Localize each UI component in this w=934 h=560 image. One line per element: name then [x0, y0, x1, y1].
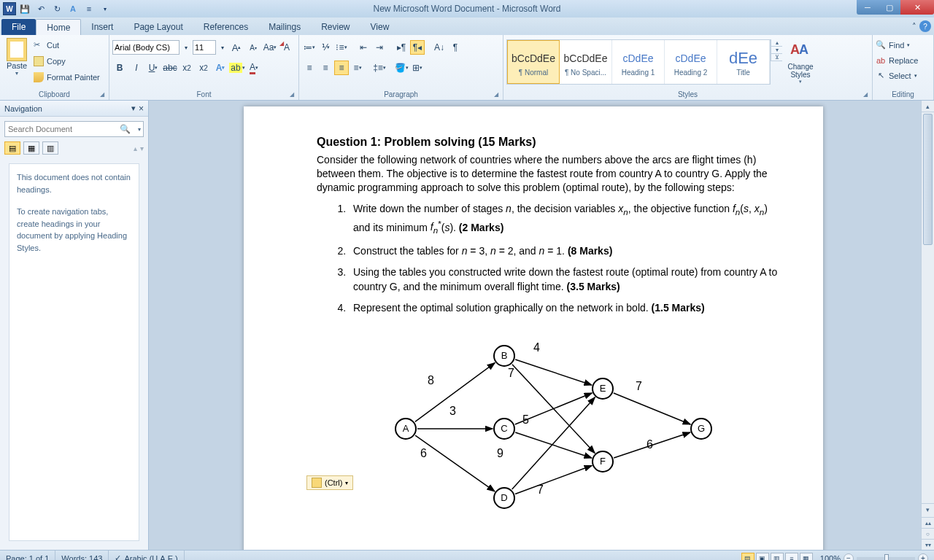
word-icon[interactable]: W — [3, 2, 16, 15]
nav-tab-pages[interactable]: ▦ — [23, 141, 39, 155]
change-styles-button[interactable]: AA Change Styles ▾ — [782, 39, 819, 88]
numbering-icon[interactable]: ⅟▾ — [318, 40, 333, 55]
minimize-button[interactable]: ─ — [857, 0, 879, 15]
bullets-icon[interactable]: ≔▾ — [302, 40, 317, 55]
justify-icon[interactable]: ≡▾ — [350, 61, 365, 75]
increase-indent-icon[interactable]: ⇥ — [372, 40, 387, 55]
underline-button[interactable]: U▾ — [146, 61, 161, 75]
nav-close-icon[interactable]: × — [139, 104, 144, 114]
style-item[interactable]: cDdEeHeading 2 — [665, 40, 717, 84]
scroll-up-icon[interactable]: ▴ — [922, 101, 934, 112]
style-item[interactable]: bCcDdEe¶ Normal — [507, 40, 560, 84]
vertical-scrollbar[interactable]: ▴ ▾ ▴▴ ○ ▾▾ — [921, 101, 934, 550]
qat-btn[interactable]: A — [66, 2, 80, 15]
font-size-combo[interactable] — [193, 40, 216, 55]
align-left-icon[interactable]: ≡ — [302, 61, 317, 75]
undo-icon[interactable]: ↶ — [34, 2, 48, 15]
nav-prev-icon[interactable]: ▴ — [134, 144, 137, 152]
nav-next-icon[interactable]: ▾ — [140, 144, 144, 152]
paste-options-tag[interactable]: (Ctrl) ▾ — [306, 475, 353, 490]
font-name-dropdown-icon[interactable]: ▾ — [182, 40, 190, 55]
tab-review[interactable]: Review — [311, 19, 360, 35]
replace-button[interactable]: abReplace — [876, 53, 918, 67]
ltr-icon[interactable]: ▸¶ — [394, 40, 409, 55]
borders-icon[interactable]: ⊞▾ — [410, 61, 425, 75]
text-effects-icon[interactable]: A▾ — [213, 61, 228, 75]
browse-object-icon[interactable]: ○ — [922, 528, 934, 539]
help-icon[interactable]: ? — [919, 20, 931, 32]
decrease-indent-icon[interactable]: ⇤ — [356, 40, 371, 55]
draft-view-icon[interactable]: ▦ — [800, 553, 813, 561]
qat-more-icon[interactable]: ▾ — [98, 2, 112, 15]
copy-button[interactable]: Copy — [34, 54, 100, 69]
align-right-icon[interactable]: ≡ — [334, 61, 349, 75]
style-up-icon[interactable]: ▴ — [771, 39, 782, 47]
qat-btn[interactable]: ≡ — [82, 2, 96, 15]
select-button[interactable]: ↖Select ▾ — [876, 69, 917, 82]
font-name-combo[interactable] — [112, 40, 180, 55]
file-tab[interactable]: File — [1, 19, 36, 35]
outline-view-icon[interactable]: ≡ — [785, 553, 798, 561]
paragraph-launcher-icon[interactable]: ◢ — [494, 91, 501, 98]
style-item[interactable]: dEeTitle — [717, 40, 770, 84]
paste-button[interactable]: Paste ▾ — [3, 36, 31, 77]
zoom-slider[interactable] — [857, 557, 915, 560]
cut-button[interactable]: ✂Cut — [34, 38, 100, 52]
align-center-icon[interactable]: ≡ — [318, 61, 333, 75]
status-page[interactable]: Page: 1 of 1 — [0, 551, 55, 560]
format-painter-button[interactable]: Format Painter — [34, 70, 100, 85]
status-words[interactable]: Words: 143 — [55, 551, 109, 560]
show-marks-icon[interactable]: ¶ — [448, 40, 463, 55]
tab-page-layout[interactable]: Page Layout — [123, 19, 193, 35]
superscript-button[interactable]: x2 — [196, 61, 211, 75]
web-layout-view-icon[interactable]: ▥ — [771, 553, 784, 561]
grow-font-icon[interactable]: A▴ — [229, 40, 244, 55]
line-spacing-icon[interactable]: ‡≡▾ — [372, 61, 387, 75]
find-button[interactable]: 🔍Find ▾ — [876, 38, 910, 52]
font-color-icon[interactable]: A▾ — [247, 61, 261, 75]
styles-launcher-icon[interactable]: ◢ — [863, 91, 871, 98]
highlight-icon[interactable]: ab▾ — [230, 61, 244, 75]
tab-home[interactable]: Home — [36, 19, 81, 35]
rtl-icon[interactable]: ¶◂ — [410, 40, 425, 55]
nav-dropdown-icon[interactable]: ▾ — [131, 104, 136, 113]
save-icon[interactable]: 💾 — [18, 2, 32, 15]
maximize-button[interactable]: ▢ — [879, 0, 900, 15]
scroll-thumb[interactable] — [923, 114, 933, 245]
zoom-in-button[interactable]: + — [918, 553, 928, 561]
strikethrough-button[interactable]: abc — [163, 61, 177, 75]
next-page-icon[interactable]: ▾▾ — [922, 539, 934, 550]
tab-view[interactable]: View — [360, 19, 400, 35]
status-language[interactable]: ✓Arabic (U.A.E.) — [109, 551, 184, 560]
tab-mailings[interactable]: Mailings — [258, 19, 311, 35]
font-size-dropdown-icon[interactable]: ▾ — [218, 40, 227, 55]
change-case-icon[interactable]: Aa▾ — [263, 40, 277, 55]
sort-icon[interactable]: A↓ — [432, 40, 447, 55]
clear-formatting-icon[interactable]: ◢A — [279, 40, 294, 55]
multilevel-list-icon[interactable]: ⁝≡▾ — [334, 40, 349, 55]
tab-references[interactable]: References — [193, 19, 258, 35]
font-launcher-icon[interactable]: ◢ — [290, 91, 297, 98]
style-item[interactable]: bCcDdEe¶ No Spaci... — [560, 40, 612, 84]
bold-button[interactable]: B — [112, 61, 127, 75]
prev-page-icon[interactable]: ▴▴ — [922, 517, 934, 528]
style-more-icon[interactable]: ⊻ — [771, 54, 782, 61]
tab-insert[interactable]: Insert — [81, 19, 123, 35]
redo-icon[interactable]: ↻ — [50, 2, 64, 15]
style-item[interactable]: cDdEeHeading 1 — [612, 40, 665, 84]
paste-dropdown-icon[interactable]: ▾ — [15, 70, 18, 77]
shrink-font-icon[interactable]: A▾ — [246, 40, 260, 55]
clipboard-launcher-icon[interactable]: ◢ — [100, 91, 107, 98]
document-area[interactable]: ◂ Question 1: Problem solving (15 Marks)… — [149, 101, 934, 550]
style-down-icon[interactable]: ▾ — [771, 47, 782, 54]
close-button[interactable]: ✕ — [900, 0, 934, 15]
subscript-button[interactable]: x2 — [180, 61, 194, 75]
nav-tab-headings[interactable]: ▤ — [4, 141, 20, 155]
search-dropdown-icon[interactable]: ▾ — [138, 126, 141, 133]
full-screen-view-icon[interactable]: ▣ — [756, 553, 769, 561]
zoom-thumb[interactable] — [884, 554, 889, 561]
italic-button[interactable]: I — [129, 61, 144, 75]
nav-tab-results[interactable]: ▥ — [42, 141, 58, 155]
shading-icon[interactable]: 🪣▾ — [394, 61, 409, 75]
zoom-level[interactable]: 100% — [820, 554, 841, 561]
